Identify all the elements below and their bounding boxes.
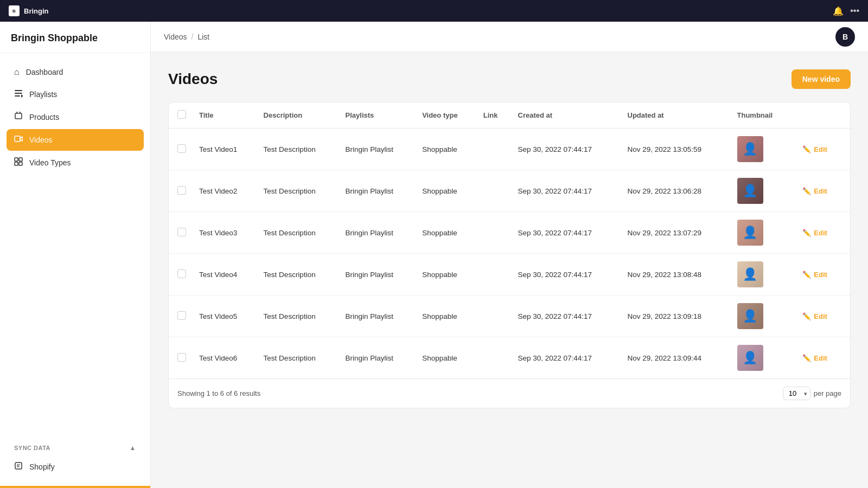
- videos-table: Title Description Playlists Video type L…: [169, 102, 850, 378]
- more-icon[interactable]: •••: [850, 6, 859, 16]
- svg-rect-2: [15, 95, 20, 97]
- sidebar-item-videos[interactable]: Videos: [7, 129, 144, 151]
- row-thumbnail-2: [731, 212, 792, 254]
- row-checkbox-cell: [169, 254, 193, 296]
- row-playlists-3: Bringin Playlist: [339, 254, 416, 296]
- page-header: Videos New video: [168, 69, 851, 89]
- row-link-2: [477, 212, 512, 254]
- row-video-type-4: Shoppable: [416, 296, 477, 337]
- col-actions: [792, 102, 850, 129]
- row-checkbox-1[interactable]: [177, 186, 186, 195]
- svg-rect-7: [19, 158, 22, 161]
- row-description-0: Test Description: [257, 129, 339, 170]
- row-checkbox-4[interactable]: [177, 311, 186, 320]
- edit-button-0[interactable]: ✏️ Edit: [798, 143, 832, 156]
- topbar-right: 🔔 •••: [833, 6, 859, 16]
- breadcrumb-list: List: [197, 33, 209, 41]
- content-header: Videos / List B: [151, 22, 868, 52]
- row-actions-3: ✏️ Edit: [792, 254, 850, 296]
- sidebar-item-dashboard-label: Dashboard: [26, 68, 63, 76]
- row-description-5: Test Description: [257, 337, 339, 379]
- row-actions-2: ✏️ Edit: [792, 212, 850, 254]
- row-title-3: Test Video4: [193, 254, 257, 296]
- sidebar-item-playlists-label: Playlists: [29, 90, 57, 99]
- sidebar-title: Bringin Shoppable: [0, 22, 150, 53]
- row-created-at-1: Sep 30, 2022 07:44:17: [512, 170, 621, 212]
- row-checkbox-cell: [169, 296, 193, 337]
- edit-button-2[interactable]: ✏️ Edit: [798, 227, 832, 239]
- videos-icon: [14, 134, 23, 145]
- row-thumbnail-1: [731, 170, 792, 212]
- row-created-at-3: Sep 30, 2022 07:44:17: [512, 254, 621, 296]
- row-actions-4: ✏️ Edit: [792, 296, 850, 337]
- table-row: Test Video4 Test Description Bringin Pla…: [169, 254, 850, 296]
- row-checkbox-cell: [169, 212, 193, 254]
- row-updated-at-4: Nov 29, 2022 13:09:18: [621, 296, 731, 337]
- user-avatar[interactable]: B: [835, 27, 855, 47]
- sidebar-item-dashboard[interactable]: ⌂ Dashboard: [7, 62, 144, 82]
- thumbnail-image-1: [737, 178, 763, 204]
- edit-pencil-icon: ✏️: [802, 145, 811, 153]
- col-title: Title: [193, 102, 257, 129]
- row-description-1: Test Description: [257, 170, 339, 212]
- playlists-icon: [14, 89, 23, 100]
- row-created-at-2: Sep 30, 2022 07:44:17: [512, 212, 621, 254]
- row-title-1: Test Video2: [193, 170, 257, 212]
- products-icon: [14, 112, 23, 123]
- edit-button-4[interactable]: ✏️ Edit: [798, 310, 832, 323]
- row-actions-5: ✏️ Edit: [792, 337, 850, 379]
- sidebar-item-video-types-label: Video Types: [29, 158, 71, 167]
- breadcrumb-sep: /: [192, 33, 194, 41]
- new-video-button[interactable]: New video: [792, 69, 851, 89]
- svg-rect-6: [15, 158, 18, 161]
- row-video-type-1: Shoppable: [416, 170, 477, 212]
- sidebar-item-products[interactable]: Products: [7, 106, 144, 128]
- row-actions-0: ✏️ Edit: [792, 129, 850, 170]
- col-created-at: Created at: [512, 102, 621, 129]
- per-page-dropdown[interactable]: 10 20 50: [783, 387, 810, 400]
- per-page-label: per page: [814, 389, 841, 397]
- select-all-header: [169, 102, 193, 129]
- row-created-at-4: Sep 30, 2022 07:44:17: [512, 296, 621, 337]
- select-all-checkbox[interactable]: [177, 110, 186, 119]
- table-header-row: Title Description Playlists Video type L…: [169, 102, 850, 129]
- table-row: Test Video1 Test Description Bringin Pla…: [169, 129, 850, 170]
- row-updated-at-5: Nov 29, 2022 13:09:44: [621, 337, 731, 379]
- row-title-0: Test Video1: [193, 129, 257, 170]
- row-link-4: [477, 296, 512, 337]
- svg-rect-1: [15, 93, 22, 94]
- content-area: Videos New video Title Description Playl…: [151, 52, 868, 488]
- row-checkbox-0[interactable]: [177, 144, 186, 153]
- row-playlists-2: Bringin Playlist: [339, 212, 416, 254]
- row-thumbnail-4: [731, 296, 792, 337]
- row-updated-at-0: Nov 29, 2022 13:05:59: [621, 129, 731, 170]
- sidebar-item-video-types[interactable]: Video Types: [7, 152, 144, 174]
- sync-chevron-icon[interactable]: ▲: [130, 444, 136, 452]
- shopify-icon: [14, 461, 23, 472]
- edit-button-5[interactable]: ✏️ Edit: [798, 352, 832, 364]
- col-link: Link: [477, 102, 512, 129]
- per-page-select: 10 20 50 per page: [783, 387, 841, 400]
- row-video-type-2: Shoppable: [416, 212, 477, 254]
- sidebar-bottom-accent: [0, 486, 150, 488]
- row-created-at-5: Sep 30, 2022 07:44:17: [512, 337, 621, 379]
- topbar-brand: B Bringin: [9, 5, 49, 16]
- bell-icon[interactable]: 🔔: [833, 6, 844, 16]
- row-title-4: Test Video5: [193, 296, 257, 337]
- col-playlists: Playlists: [339, 102, 416, 129]
- videos-table-container: Title Description Playlists Video type L…: [168, 102, 851, 408]
- thumbnail-image-0: [737, 136, 763, 162]
- row-checkbox-cell: [169, 129, 193, 170]
- row-thumbnail-5: [731, 337, 792, 379]
- edit-button-3[interactable]: ✏️ Edit: [798, 268, 832, 281]
- sidebar-item-shopify[interactable]: Shopify: [7, 456, 144, 477]
- row-checkbox-2[interactable]: [177, 228, 186, 236]
- svg-rect-4: [15, 113, 22, 119]
- row-updated-at-3: Nov 29, 2022 13:08:48: [621, 254, 731, 296]
- row-checkbox-3[interactable]: [177, 269, 186, 278]
- table-row: Test Video3 Test Description Bringin Pla…: [169, 212, 850, 254]
- row-checkbox-5[interactable]: [177, 353, 186, 362]
- row-playlists-5: Bringin Playlist: [339, 337, 416, 379]
- edit-button-1[interactable]: ✏️ Edit: [798, 185, 832, 197]
- sidebar-item-playlists[interactable]: Playlists: [7, 84, 144, 105]
